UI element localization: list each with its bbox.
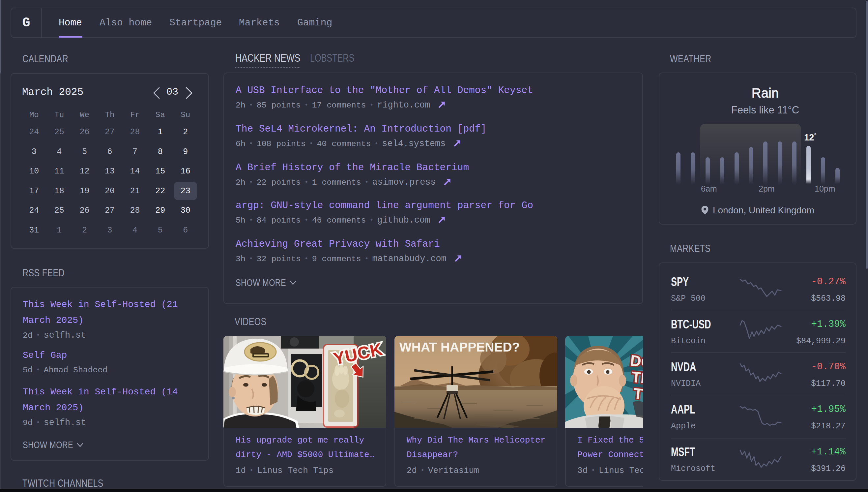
svg-text:TH: TH	[631, 368, 643, 387]
svg-text:WHAT HAPPENED?: WHAT HAPPENED?	[399, 340, 520, 354]
svg-text:T: T	[633, 385, 643, 403]
svg-text:DO: DO	[629, 351, 643, 371]
